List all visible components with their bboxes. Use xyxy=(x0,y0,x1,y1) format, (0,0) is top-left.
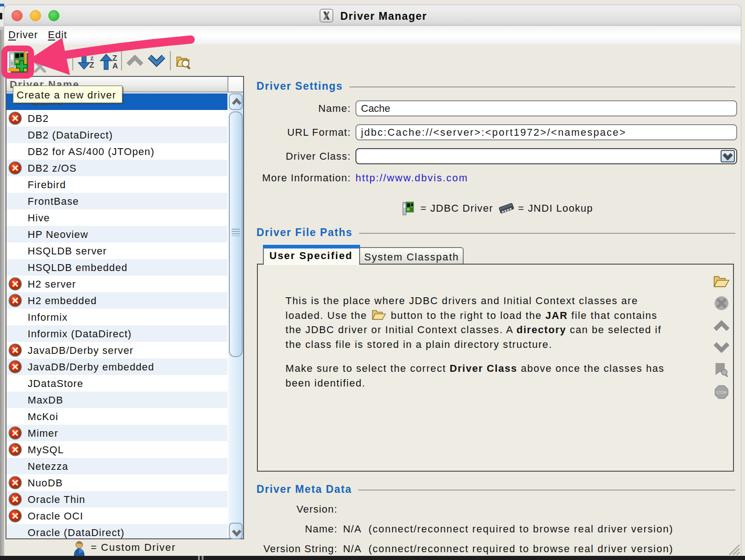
svg-text:STOP: STOP xyxy=(716,390,727,395)
